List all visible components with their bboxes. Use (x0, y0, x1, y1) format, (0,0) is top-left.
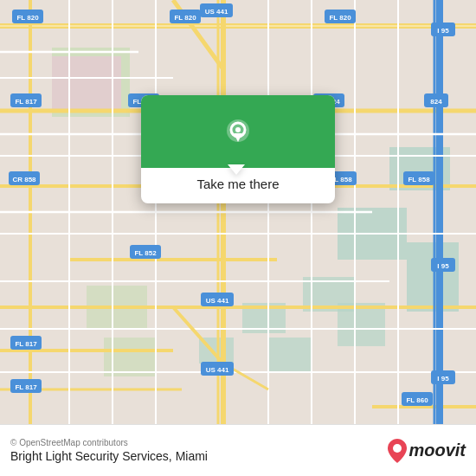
svg-text:I 95: I 95 (437, 27, 449, 35)
svg-text:FL 817: FL 817 (15, 98, 37, 106)
svg-text:FL 817: FL 817 (15, 383, 37, 391)
svg-rect-13 (52, 56, 121, 113)
moovit-pin-icon (388, 439, 407, 463)
svg-text:FL 820: FL 820 (174, 14, 196, 22)
moovit-logo: moovit (388, 439, 466, 463)
svg-text:US 441: US 441 (205, 8, 228, 16)
svg-rect-9 (268, 338, 312, 372)
attribution: © OpenStreetMap contributors (10, 438, 208, 447)
svg-text:US 441: US 441 (206, 297, 229, 305)
svg-rect-5 (407, 242, 459, 312)
moovit-text: moovit (408, 441, 466, 460)
svg-text:I 95: I 95 (437, 262, 449, 270)
svg-text:CR 858: CR 858 (12, 176, 36, 183)
map-container: FL 820 FL 820 FL 820 US 441 I 95 FL 817 … (0, 0, 476, 424)
svg-rect-10 (338, 303, 385, 346)
svg-text:FL 817: FL 817 (15, 340, 37, 348)
bottom-bar: © OpenStreetMap contributors Bright Ligh… (0, 424, 476, 476)
svg-text:FL 820: FL 820 (329, 14, 351, 22)
svg-point-90 (235, 127, 241, 132)
svg-text:US 441: US 441 (206, 366, 229, 374)
popup-header (141, 95, 335, 168)
svg-text:FL 820: FL 820 (16, 14, 39, 22)
svg-text:I 95: I 95 (437, 375, 449, 383)
svg-text:FL 852: FL 852 (134, 249, 157, 257)
location-pin-icon (219, 114, 257, 152)
place-name: Bright Light Security Services, Miami (10, 449, 208, 463)
svg-point-92 (393, 444, 402, 453)
bottom-left: © OpenStreetMap contributors Bright Ligh… (10, 438, 208, 463)
popup-card: Take me there (141, 95, 335, 203)
svg-text:824: 824 (430, 98, 442, 106)
svg-text:FL 860: FL 860 (406, 396, 428, 404)
svg-text:FL 858: FL 858 (408, 176, 430, 183)
popup-pointer (228, 164, 245, 175)
